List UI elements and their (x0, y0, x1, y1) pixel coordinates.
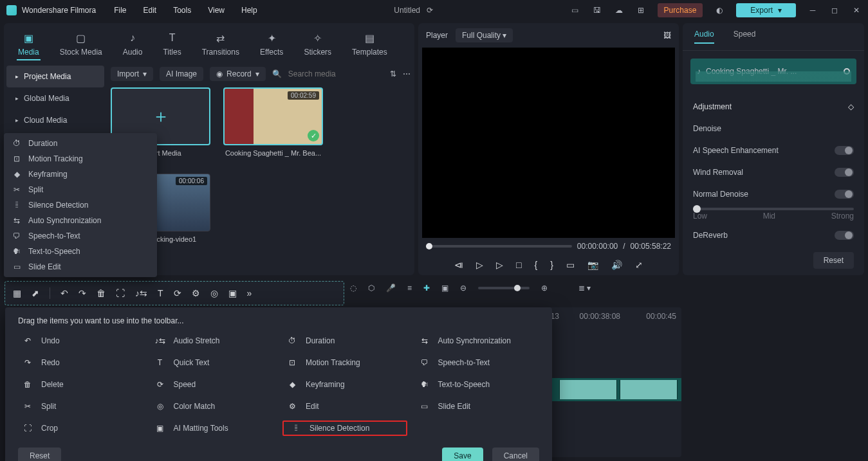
tab-media[interactable]: ▣Media (17, 28, 41, 60)
avatar-icon[interactable]: ◐ (714, 5, 725, 15)
inspector-reset-button[interactable]: Reset (813, 252, 854, 269)
normal-denoise-slider[interactable] (693, 208, 854, 210)
mixer-icon[interactable]: ≡ (407, 284, 412, 293)
zoom-slider[interactable] (478, 287, 530, 289)
camera-icon[interactable]: 📷 (587, 260, 598, 270)
tab-templates[interactable]: ▤Templates (351, 28, 389, 60)
ai-image-button[interactable]: AI Image (160, 67, 203, 81)
ctx-duration[interactable]: ⏱Duration (4, 136, 157, 151)
item-speed[interactable]: ⟳Speed (151, 377, 275, 392)
ctx-silence-detection[interactable]: ⦙⦙Silence Detection (4, 197, 157, 213)
zoom-in-icon[interactable]: ⊕ (541, 284, 548, 293)
volume-icon[interactable]: 🔊 (611, 260, 622, 270)
fullscreen-icon[interactable]: ⤢ (635, 260, 643, 270)
dereverb-toggle[interactable] (835, 231, 854, 240)
marker-icon[interactable]: ✚ (423, 284, 430, 293)
undo-icon[interactable]: ↶ (60, 288, 68, 298)
menu-view[interactable]: View (208, 6, 225, 15)
speed-icon[interactable]: ⟳ (174, 288, 181, 298)
refresh-icon[interactable]: ⟳ (427, 6, 433, 15)
custom-toolbar-dropzone[interactable]: ▦ ⬈ ↶ ↷ 🗑 ⛶ ♪⇆ T ⟳ ⚙ ◎ ▣ » (5, 281, 344, 305)
mark-out-icon[interactable]: } (550, 260, 553, 270)
tab-audio[interactable]: ♪Audio (122, 28, 144, 60)
play-icon[interactable]: ▷ (496, 260, 503, 270)
track-layout-icon[interactable]: ≣ ▾ (578, 284, 591, 293)
timeline-clip[interactable] (559, 380, 617, 399)
ai-speech-toggle[interactable] (835, 146, 854, 155)
tab-transitions[interactable]: ⇄Transitions (201, 28, 241, 60)
sidebar-cloud-media[interactable]: ▸Cloud Media (6, 109, 104, 131)
marker-add-icon[interactable]: ◌ (350, 284, 356, 293)
export-button[interactable]: Export▾ (736, 3, 796, 17)
save-icon[interactable]: 🖫 (592, 5, 602, 15)
crop-icon[interactable]: ⛶ (116, 288, 125, 298)
item-speech-to-text[interactable]: 🗩Speech-to-Text (415, 355, 540, 370)
menu-edit[interactable]: Edit (143, 6, 157, 15)
search-icon[interactable]: 🔍 (272, 69, 282, 78)
prev-frame-icon[interactable]: ⧏ (454, 260, 463, 270)
ctx-slide-edit[interactable]: ▭Slide Edit (4, 259, 157, 275)
player-scrubber[interactable] (426, 245, 572, 248)
item-split[interactable]: ✂Split (18, 399, 143, 414)
ctx-keyframing[interactable]: ◆Keyframing (4, 167, 157, 182)
item-quick-text[interactable]: TQuick Text (151, 355, 275, 370)
item-silence-detection[interactable]: ⦙⦙Silence Detection (282, 420, 407, 436)
purchase-button[interactable]: Purchase (658, 3, 703, 17)
customize-cancel-button[interactable]: Cancel (492, 447, 539, 461)
maximize-icon[interactable]: ◻ (829, 6, 840, 15)
snapshot-frame-icon[interactable]: 🖼 (663, 31, 671, 40)
filter-icon[interactable]: ⇅ (390, 69, 396, 78)
sidebar-project-media[interactable]: ▸Project Media (6, 66, 104, 87)
sidebar-global-media[interactable]: ▸Global Media (6, 87, 104, 109)
item-audio-stretch[interactable]: ♪⇆Audio Stretch (151, 333, 275, 348)
search-input[interactable] (288, 69, 359, 78)
quality-select[interactable]: Full Quality ▾ (456, 28, 513, 42)
ctx-text-to-speech[interactable]: 🗣Text-to-Speech (4, 244, 157, 259)
mark-in-icon[interactable]: { (535, 260, 538, 270)
item-undo[interactable]: ↶Undo (18, 333, 143, 348)
item-crop[interactable]: ⛶Crop (18, 420, 143, 436)
grid-icon[interactable]: ▦ (13, 288, 21, 298)
audio-clip-chip[interactable]: ♪ Cooking Spaghetti _ Mr. ... (690, 59, 856, 84)
tab-audio-inspector[interactable]: Audio (694, 30, 714, 44)
tab-effects[interactable]: ✦Effects (259, 28, 284, 60)
customize-save-button[interactable]: Save (442, 447, 483, 461)
item-delete[interactable]: 🗑Delete (18, 377, 143, 392)
zoom-out-icon[interactable]: ⊖ (460, 284, 466, 293)
adjustment-section[interactable]: Adjustment◇ (693, 96, 854, 118)
timeline-clip[interactable] (620, 380, 678, 399)
diamond-icon[interactable]: ◇ (848, 102, 854, 111)
menu-help[interactable]: Help (241, 6, 257, 15)
item-redo[interactable]: ↷Redo (18, 355, 143, 370)
record-button[interactable]: ◉Record▾ (210, 67, 266, 81)
item-ai-matting[interactable]: ▣AI Matting Tools (151, 420, 275, 436)
ctx-split[interactable]: ✂Split (4, 182, 157, 197)
layout-icon[interactable]: ▭ (570, 5, 580, 15)
import-button[interactable]: Import▾ (111, 67, 153, 81)
redo-icon[interactable]: ↷ (78, 288, 86, 298)
clip-tile-1[interactable]: 00:02:59 ✓ Cooking Spaghetti _ Mr. Bea..… (223, 87, 323, 157)
item-motion-tracking[interactable]: ⊡Motion Tracking (282, 355, 407, 370)
mic-icon[interactable]: 🎤 (386, 284, 396, 293)
play-backward-icon[interactable]: ▷ (476, 260, 483, 270)
tab-stock-media[interactable]: ▢Stock Media (59, 28, 104, 60)
denoise-header[interactable]: Denoise (693, 118, 854, 140)
cloud-icon[interactable]: ☁ (614, 5, 624, 15)
tab-speed-inspector[interactable]: Speed (734, 30, 756, 44)
customize-reset-button[interactable]: Reset (18, 447, 61, 461)
normal-denoise-toggle[interactable] (835, 190, 854, 199)
ai-matting-icon[interactable]: ▣ (228, 288, 237, 298)
edit-tool-icon[interactable]: ⚙ (192, 288, 200, 298)
menu-file[interactable]: File (114, 6, 126, 15)
player-viewport[interactable] (422, 48, 675, 238)
item-color-match[interactable]: ◎Color Match (151, 399, 275, 414)
cursor-icon[interactable]: ⬈ (32, 288, 39, 298)
item-edit[interactable]: ⚙Edit (282, 399, 407, 414)
color-match-icon[interactable]: ◎ (210, 288, 218, 298)
more-icon[interactable]: ⋯ (403, 69, 411, 78)
tab-titles[interactable]: TTitles (162, 28, 182, 60)
minimize-icon[interactable]: ─ (808, 6, 818, 15)
apps-icon[interactable]: ⊞ (636, 5, 646, 15)
ctx-motion-tracking[interactable]: ⊡Motion Tracking (4, 151, 157, 167)
snapshot-icon[interactable]: ▣ (441, 284, 448, 293)
